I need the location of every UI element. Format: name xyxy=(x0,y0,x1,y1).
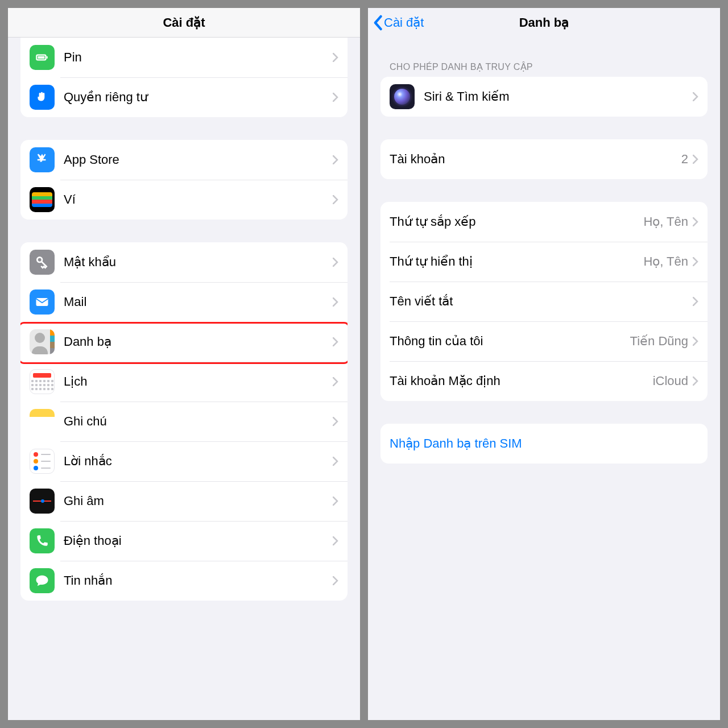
row-label: Quyền riêng tư xyxy=(64,90,333,105)
row-label: Pin xyxy=(64,50,333,65)
chevron-right-icon xyxy=(693,155,698,164)
row-messages[interactable]: Tin nhắn xyxy=(20,561,348,601)
chevron-right-icon xyxy=(693,297,698,306)
row-my-info[interactable]: Thông tin của tôi Tiến Dũng xyxy=(380,321,708,361)
row-label: Nhập Danh bạ trên SIM xyxy=(390,436,698,451)
chevron-right-icon xyxy=(693,257,698,266)
row-notes[interactable]: Ghi chú xyxy=(20,402,348,441)
appstore-icon xyxy=(30,147,55,172)
row-sort-order[interactable]: Thứ tự sắp xếp Họ, Tên xyxy=(380,202,708,242)
group-import-sim: Nhập Danh bạ trên SIM xyxy=(380,424,708,464)
chevron-right-icon xyxy=(333,195,338,204)
chevron-right-icon xyxy=(333,497,338,506)
row-label: Thứ tự hiển thị xyxy=(390,254,643,269)
chevron-right-icon xyxy=(333,417,338,426)
row-siri[interactable]: Siri & Tìm kiếm xyxy=(380,77,708,117)
chevron-right-icon xyxy=(333,155,338,164)
row-value: iCloud xyxy=(653,374,688,388)
row-contacts[interactable]: Danh bạ xyxy=(20,322,348,362)
chevron-right-icon xyxy=(693,337,698,346)
chevron-right-icon xyxy=(333,576,338,585)
row-mail[interactable]: Mail xyxy=(20,282,348,322)
back-button[interactable]: Cài đặt xyxy=(373,15,424,31)
chevron-right-icon xyxy=(333,297,338,307)
key-icon xyxy=(30,250,55,275)
group-display-options: Thứ tự sắp xếp Họ, Tên Thứ tự hiển thị H… xyxy=(380,202,708,401)
row-label: Ví xyxy=(64,192,333,207)
row-value: 2 xyxy=(681,152,688,167)
settings-group-2: App Store Ví xyxy=(20,140,348,220)
hand-icon xyxy=(30,85,55,110)
row-voicememo[interactable]: Ghi âm xyxy=(20,481,348,521)
row-short-name[interactable]: Tên viết tắt xyxy=(380,282,708,321)
contacts-navbar: Cài đặt Danh bạ xyxy=(368,8,720,38)
reminders-icon xyxy=(30,449,55,474)
settings-content[interactable]: Pin Quyền riêng tư App Store xyxy=(8,38,360,720)
row-reminders[interactable]: Lời nhắc xyxy=(20,441,348,481)
row-value: Tiến Dũng xyxy=(630,334,688,349)
row-calendar[interactable]: Lịch xyxy=(20,362,348,402)
row-display-order[interactable]: Thứ tự hiển thị Họ, Tên xyxy=(380,242,708,282)
chevron-right-icon xyxy=(333,457,338,466)
settings-group-3: Mật khẩu Mail Danh bạ xyxy=(20,242,348,601)
chevron-right-icon xyxy=(333,337,338,346)
row-label: Danh bạ xyxy=(64,334,333,349)
chevron-right-icon xyxy=(333,536,338,545)
chevron-right-icon xyxy=(693,217,698,226)
row-label: Mật khẩu xyxy=(64,255,333,270)
notes-icon xyxy=(30,409,55,434)
row-value: Họ, Tên xyxy=(643,214,688,229)
row-privacy[interactable]: Quyền riêng tư xyxy=(20,77,348,117)
row-label: Lịch xyxy=(64,374,333,389)
calendar-icon xyxy=(30,369,55,394)
settings-group-1: Pin Quyền riêng tư xyxy=(20,38,348,117)
chevron-right-icon xyxy=(333,53,338,62)
svg-rect-1 xyxy=(47,56,48,59)
row-label: Lời nhắc xyxy=(64,454,333,469)
row-default-account[interactable]: Tài khoản Mặc định iCloud xyxy=(380,361,708,401)
contacts-title: Danh bạ xyxy=(519,15,569,30)
row-label: Thông tin của tôi xyxy=(390,334,630,349)
row-wallet[interactable]: Ví xyxy=(20,180,348,220)
chevron-right-icon xyxy=(693,92,698,101)
row-label: Siri & Tìm kiếm xyxy=(424,89,693,104)
phone-icon xyxy=(30,528,55,553)
row-label: Mail xyxy=(64,295,333,309)
chevron-right-icon xyxy=(693,377,698,386)
settings-panel: Cài đặt Pin Quyền riêng tư xyxy=(8,8,360,720)
siri-icon xyxy=(390,84,415,109)
row-label: Tên viết tắt xyxy=(390,294,693,309)
row-label: Tin nhắn xyxy=(64,573,333,588)
row-phone[interactable]: Điện thoại xyxy=(20,521,348,561)
row-passwords[interactable]: Mật khẩu xyxy=(20,242,348,282)
contacts-panel: Cài đặt Danh bạ CHO PHÉP DANH BẠ TRUY CẬ… xyxy=(368,8,720,720)
chevron-right-icon xyxy=(333,258,338,267)
back-label: Cài đặt xyxy=(384,15,424,30)
settings-navbar: Cài đặt xyxy=(8,8,360,38)
wallet-icon xyxy=(30,187,55,212)
mail-icon xyxy=(30,289,55,315)
row-appstore[interactable]: App Store xyxy=(20,140,348,180)
row-label: Tài khoản Mặc định xyxy=(390,374,653,388)
row-label: App Store xyxy=(64,152,333,167)
row-label: Tài khoản xyxy=(390,152,681,167)
contacts-icon xyxy=(30,329,55,354)
group-accounts: Tài khoản 2 xyxy=(380,139,708,179)
svg-rect-4 xyxy=(36,298,48,306)
voicememo-icon xyxy=(30,489,55,514)
svg-rect-2 xyxy=(38,56,44,59)
contacts-content[interactable]: CHO PHÉP DANH BẠ TRUY CẬP Siri & Tìm kiế… xyxy=(368,38,720,720)
row-label: Thứ tự sắp xếp xyxy=(390,214,643,229)
settings-title: Cài đặt xyxy=(163,15,205,30)
row-label: Điện thoại xyxy=(64,533,333,548)
row-accounts[interactable]: Tài khoản 2 xyxy=(380,139,708,179)
row-import-sim[interactable]: Nhập Danh bạ trên SIM xyxy=(380,424,708,464)
row-battery[interactable]: Pin xyxy=(20,38,348,77)
chevron-right-icon xyxy=(333,377,338,386)
chevron-right-icon xyxy=(333,93,338,102)
row-label: Ghi chú xyxy=(64,414,333,429)
row-value: Họ, Tên xyxy=(643,254,688,269)
section-header-allow-access: CHO PHÉP DANH BẠ TRUY CẬP xyxy=(390,61,698,72)
group-siri: Siri & Tìm kiếm xyxy=(380,77,708,117)
battery-icon xyxy=(30,45,55,70)
